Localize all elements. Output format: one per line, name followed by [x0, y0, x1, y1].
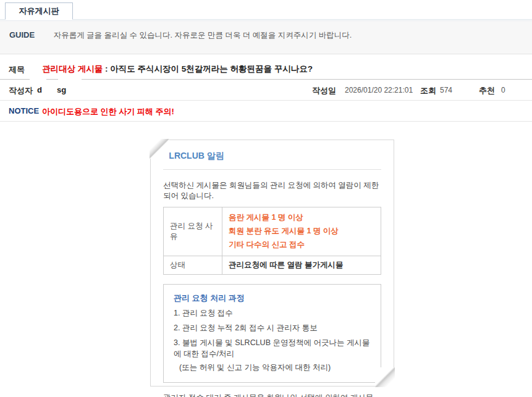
process-title: 관리 요청 처리 과정 — [174, 293, 371, 304]
tab-free-board-label: 자유게시판 — [19, 6, 59, 17]
redaction-patch — [30, 73, 46, 81]
guide-label: GUIDE — [9, 30, 35, 40]
title-label: 제목 — [9, 64, 25, 75]
notice-link[interactable]: 아이디도용으로 인한 사기 피해 주의! — [42, 106, 174, 117]
restriction-dialog-body: SLRCLUB 알림 선택하신 게시물은 회원님들의 관리 요청에 의하여 열람… — [151, 140, 394, 397]
process-step-sub: (또는 허위 및 신고 기능 악용자에 대한 처리) — [174, 362, 371, 373]
reason-label-cell: 관리 요청 사유 — [164, 207, 222, 256]
post-title-prefix: 관리대상 게시물 — [42, 64, 103, 73]
notice-label: NOTICE — [9, 106, 39, 115]
status-value: 관리요청에 따른 열람 불가게시물 — [229, 261, 343, 269]
dialog-intro-text: 선택하신 게시물은 회원님들의 관리 요청에 의하여 열람이 제한 되어 있습니… — [163, 180, 381, 201]
views-label: 조회 — [420, 85, 436, 96]
notice-row: NOTICE 아이디도용으로 인한 사기 피해 주의! — [0, 101, 532, 122]
author-name-part: sg — [57, 85, 66, 94]
date-label: 작성일 — [312, 85, 336, 96]
post-author-row: 작성자 dsg 작성일 2026/01/20 22:21:01 조회 574 추… — [0, 80, 532, 101]
table-row: 상태 관리요청에 따른 열람 불가게시물 — [164, 256, 381, 274]
likes-label: 추천 — [479, 85, 495, 96]
footer-info: 관리자 접수 대기 중 게시물은 회원님의 선택에 의하여 게시물 내용을 확인… — [163, 393, 373, 397]
redaction-patch — [58, 73, 82, 81]
status-value-cell: 관리요청에 따른 열람 불가게시물 — [222, 256, 381, 274]
restriction-reason-table: 관리 요청 사유 음란 게시물 1 명 이상 회원 분란 유도 게시물 1 명 … — [163, 207, 381, 275]
restriction-dialog: SLRCLUB 알림 선택하신 게시물은 회원님들의 관리 요청에 의하여 열람… — [150, 140, 394, 387]
process-box: 관리 요청 처리 과정 1. 관리 요청 접수 2. 관리 요청 누적 2회 접… — [163, 284, 381, 383]
guide-text: 자유롭게 글을 올리실 수 있습니다. 자유로운 만큼 더욱 더 예절을 지켜주… — [54, 31, 352, 40]
folded-corner-top-left — [150, 139, 169, 159]
reason-item: 음란 게시물 1 명 이상 — [229, 211, 374, 225]
guide-bar: GUIDE 자유롭게 글을 올리실 수 있습니다. 자유로운 만큼 더욱 더 예… — [0, 20, 532, 54]
table-row: 관리 요청 사유 음란 게시물 1 명 이상 회원 분란 유도 게시물 1 명 … — [164, 207, 381, 256]
process-step: 1. 관리 요청 접수 — [174, 307, 371, 319]
folded-corner-bottom-right — [375, 367, 395, 387]
process-step: 2. 관리 요청 누적 2회 접수 시 관리자 통보 — [174, 322, 371, 333]
reason-value-cell: 음란 게시물 1 명 이상 회원 분란 유도 게시물 1 명 이상 기타 다수의… — [222, 207, 381, 256]
reason-item: 회원 분란 유도 게시물 1 명 이상 — [229, 225, 374, 238]
dialog-footer-text: 관리자 접수 대기 중 게시물은 회원님의 선택에 의하여 게시물 내용을 확인… — [163, 391, 381, 397]
author-label: 작성자 — [9, 85, 33, 96]
post-title-text: : 아직도 주식시장이 5천갈꺼라는 허황된꿈을 꾸시나요? — [103, 64, 313, 73]
likes-count: 0 — [501, 86, 505, 94]
author-name[interactable]: dsg — [37, 85, 66, 94]
tab-bar-divider — [0, 19, 532, 20]
tab-free-board[interactable]: 자유게시판 — [5, 2, 73, 20]
post-date: 2026/01/20 22:21:01 — [345, 86, 413, 94]
status-label-cell: 상태 — [164, 256, 222, 274]
dialog-title: SLRCLUB 알림 — [163, 151, 381, 162]
author-name-part: d — [37, 85, 42, 94]
post-title: 관리대상 게시물 : 아직도 주식시장이 5천갈꺼라는 허황된꿈을 꾸시나요? — [42, 64, 313, 75]
views-count: 574 — [440, 86, 452, 94]
reason-item: 기타 다수의 신고 접수 — [229, 238, 374, 252]
process-step: 3. 불법 게시물 및 SLRCLUB 운영정책에 어긋나는 게시물에 대한 접… — [174, 337, 371, 359]
dialog-divider — [163, 169, 381, 170]
board-post-page: 자유게시판 GUIDE 자유롭게 글을 올리실 수 있습니다. 자유로운 만큼 … — [0, 0, 532, 397]
